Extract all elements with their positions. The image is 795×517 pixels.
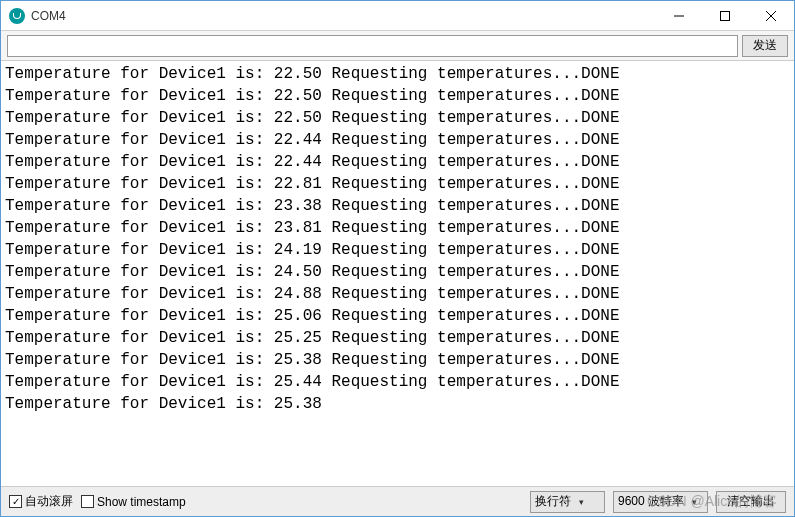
console-line: Temperature for Device1 is: 23.38 Reques… <box>5 195 790 217</box>
serial-monitor-window: COM4 发送 Temperature for Device1 is: 22.5… <box>0 0 795 517</box>
console-line: Temperature for Device1 is: 25.25 Reques… <box>5 327 790 349</box>
console-line: Temperature for Device1 is: 24.19 Reques… <box>5 239 790 261</box>
console-line: Temperature for Device1 is: 24.88 Reques… <box>5 283 790 305</box>
console-line: Temperature for Device1 is: 22.50 Reques… <box>5 63 790 85</box>
console-line: Temperature for Device1 is: 22.50 Reques… <box>5 85 790 107</box>
baud-rate-select[interactable]: 9600 波特率 ▾ <box>613 491 708 513</box>
console-line: Temperature for Device1 is: 22.81 Reques… <box>5 173 790 195</box>
send-row: 发送 <box>1 31 794 61</box>
checkbox-icon <box>81 495 94 508</box>
window-title: COM4 <box>31 9 66 23</box>
maximize-icon <box>720 11 730 21</box>
minimize-button[interactable] <box>656 1 702 30</box>
console-line: Temperature for Device1 is: 24.50 Reques… <box>5 261 790 283</box>
console-line: Temperature for Device1 is: 25.44 Reques… <box>5 371 790 393</box>
console-line: Temperature for Device1 is: 23.81 Reques… <box>5 217 790 239</box>
titlebar: COM4 <box>1 1 794 31</box>
line-ending-select[interactable]: 换行符 ▾ <box>530 491 605 513</box>
timestamp-label: Show timestamp <box>97 495 186 509</box>
maximize-button[interactable] <box>702 1 748 30</box>
line-ending-value: 换行符 <box>535 493 571 510</box>
chevron-down-icon: ▾ <box>579 497 584 507</box>
serial-output[interactable]: Temperature for Device1 is: 22.50 Reques… <box>1 61 794 486</box>
svg-rect-1 <box>721 11 730 20</box>
status-bar: ✓ 自动滚屏 Show timestamp 换行符 ▾ 9600 波特率 ▾ 清… <box>1 486 794 516</box>
checkbox-icon: ✓ <box>9 495 22 508</box>
console-line: Temperature for Device1 is: 22.50 Reques… <box>5 107 790 129</box>
send-button[interactable]: 发送 <box>742 35 788 57</box>
autoscroll-checkbox[interactable]: ✓ 自动滚屏 <box>9 493 73 510</box>
chevron-down-icon: ▾ <box>692 497 697 507</box>
minimize-icon <box>674 11 684 21</box>
arduino-icon <box>9 8 25 24</box>
serial-input[interactable] <box>7 35 738 57</box>
timestamp-checkbox[interactable]: Show timestamp <box>81 495 186 509</box>
console-line: Temperature for Device1 is: 25.38 Reques… <box>5 349 790 371</box>
autoscroll-label: 自动滚屏 <box>25 493 73 510</box>
window-controls <box>656 1 794 30</box>
console-line: Temperature for Device1 is: 25.38 <box>5 393 790 415</box>
console-line: Temperature for Device1 is: 25.06 Reques… <box>5 305 790 327</box>
baud-rate-value: 9600 波特率 <box>618 493 684 510</box>
clear-output-button[interactable]: 清空输出 <box>716 491 786 513</box>
close-button[interactable] <box>748 1 794 30</box>
console-line: Temperature for Device1 is: 22.44 Reques… <box>5 151 790 173</box>
console-line: Temperature for Device1 is: 22.44 Reques… <box>5 129 790 151</box>
close-icon <box>766 11 776 21</box>
